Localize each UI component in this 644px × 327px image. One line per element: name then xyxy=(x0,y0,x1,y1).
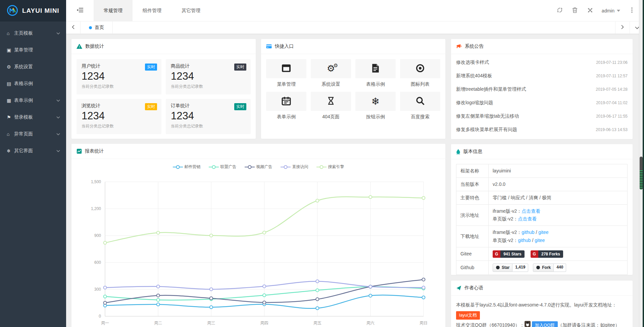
collapse-menu-button[interactable] xyxy=(66,0,94,21)
quick-item-menu-manage[interactable]: 菜单管理 xyxy=(266,59,306,90)
report-chart-title: 报表统计 xyxy=(85,148,104,154)
refresh-button[interactable] xyxy=(552,0,567,22)
clear-cache-button[interactable] xyxy=(567,0,583,22)
tab-scroll-left-button[interactable] xyxy=(66,22,81,34)
quick-item-form-demo[interactable]: 表单示例 xyxy=(266,92,306,123)
collapse-menu-icon xyxy=(77,8,83,13)
sidebar-item-table-demo[interactable]: ▤ 表格示例 xyxy=(0,75,66,92)
refresh-icon xyxy=(557,7,563,14)
svg-text:周三: 周三 xyxy=(207,321,215,325)
demo-iframe-link[interactable]: 点击查看 xyxy=(522,208,540,214)
sidebar-item-error-pages[interactable]: ⌂ 异常页面 xyxy=(0,126,66,142)
status-badge: 实时 xyxy=(145,103,157,110)
chevron-right-icon xyxy=(621,25,624,30)
chevron-down-icon xyxy=(56,133,60,135)
warning-triangle-icon xyxy=(77,44,82,49)
chevron-left-icon xyxy=(72,25,75,30)
quick-item-icon-list[interactable]: 图标列表 xyxy=(400,59,440,90)
legend-item[interactable]: 联盟广告 xyxy=(209,164,237,170)
stat-box-orders: 订单统计 1234 当前分类总记录数 实时 xyxy=(166,99,251,134)
github-star-badge[interactable]: Star 1,419 xyxy=(493,263,528,272)
legend-label: 视频广告 xyxy=(256,164,273,170)
header-tab-other[interactable]: 其它管理 xyxy=(171,0,210,21)
download-gitee-link[interactable]: gitee xyxy=(535,238,545,243)
page-tabbar: 首页 xyxy=(66,22,644,34)
sidebar-item-menu-manage[interactable]: ▣ 菜单管理 xyxy=(0,42,66,58)
target-icon xyxy=(415,64,425,74)
legend-item[interactable]: 直接访问 xyxy=(281,164,308,170)
user-dropdown[interactable]: admin xyxy=(598,8,624,13)
quick-item-baidu-search[interactable]: 百度搜索 xyxy=(400,92,440,123)
legend-item[interactable]: 搜索引擎 xyxy=(316,164,344,170)
join-qq-badge[interactable]: 加入QQ群 xyxy=(532,321,558,327)
download-gitee-link[interactable]: gitee xyxy=(538,230,548,235)
svg-text:300: 300 xyxy=(94,287,101,292)
legend-label: 邮件营销 xyxy=(185,164,201,170)
table-row: Gitee G 941 Stars G 278 Forks xyxy=(456,247,628,260)
megaphone-icon xyxy=(456,44,462,49)
legend-item[interactable]: 邮件营销 xyxy=(173,164,201,170)
page-scrollbar-thumb[interactable] xyxy=(640,157,643,190)
line-chart-icon xyxy=(77,149,82,154)
sidebar-item-login-template[interactable]: ⚑ 登录模板 xyxy=(0,109,66,126)
notice-row: 新增treetable插件和菜单管理样式 2019-07-05 14:28 xyxy=(451,83,633,96)
quick-item-table-demo[interactable]: 表格示例 xyxy=(355,59,396,90)
main-content: 数据统计 用户统计 1234 当前分类总记录数 实时 商品统计 1234 当前分… xyxy=(66,34,638,327)
layui-doc-badge[interactable]: layui文档 xyxy=(456,311,480,320)
file-icon xyxy=(371,64,380,74)
sidebar-item-other-pages[interactable]: ❄ 其它界面 xyxy=(0,142,66,159)
chevron-down-icon xyxy=(56,99,60,102)
report-chart-card: 报表统计 邮件营销联盟广告视频广告直接访问搜索引擎 03006009001,20… xyxy=(71,144,445,327)
snowflake-icon: ❄ xyxy=(7,148,14,154)
tab-home[interactable]: 首页 xyxy=(81,22,113,34)
header-tab-components[interactable]: 组件管理 xyxy=(133,0,171,21)
top-header: 常规管理 组件管理 其它管理 xyxy=(66,0,644,22)
quick-item-system-settings[interactable]: ⚙⚙ 系统设置 xyxy=(311,59,351,90)
credit-card-icon xyxy=(266,44,272,49)
app-logo[interactable]: LAYUI MINI xyxy=(0,0,66,22)
svg-text:周一: 周一 xyxy=(101,321,109,325)
browser-edge-strip xyxy=(643,0,644,327)
tab-scroll-right-button[interactable] xyxy=(615,22,630,34)
fullscreen-icon xyxy=(587,7,593,14)
sidebar-item-home-template[interactable]: ⌂ 主页模板 xyxy=(0,25,66,42)
system-notice-card: 系统公告 修改选项卡样式 2019-07-11 23:06 新增系统404模板 … xyxy=(451,39,633,139)
legend-item[interactable]: 视频广告 xyxy=(245,164,273,170)
download-github-link[interactable]: github xyxy=(518,238,531,243)
download-github-link[interactable]: github xyxy=(522,230,534,235)
quick-item-404-page[interactable]: 404页面 xyxy=(311,92,351,123)
sidebar-item-system-settings[interactable]: ⚙ 系统设置 xyxy=(0,58,66,75)
fullscreen-button[interactable] xyxy=(583,0,598,22)
quick-entry-title: 快捷入口 xyxy=(275,43,294,49)
quick-entry-card: 快捷入口 菜单管理 ⚙⚙ 系统设置 xyxy=(261,39,445,139)
github-fork-badge[interactable]: Fork 440 xyxy=(533,263,566,272)
svg-text:1,500: 1,500 xyxy=(91,179,101,184)
demo-onepage-link[interactable]: 点击查看 xyxy=(518,216,537,221)
quick-item-button-demo[interactable]: ❄ 按钮示例 xyxy=(355,92,396,123)
github-octocat-icon xyxy=(496,265,500,270)
chevron-down-icon xyxy=(56,116,60,119)
page-scrollbar-track[interactable] xyxy=(639,0,643,327)
version-table: 框架名称 layuimini 当前版本 v2.0.0 主要特色 零门槛 / 响应… xyxy=(456,164,628,275)
qq-group-note: （加群请备注来源：如gitee） xyxy=(558,322,620,327)
svg-text:周五: 周五 xyxy=(313,321,321,325)
hourglass-icon xyxy=(327,96,335,107)
window-icon xyxy=(281,64,291,74)
svg-text:600: 600 xyxy=(94,260,101,265)
calendar-icon xyxy=(282,96,291,107)
notice-row: 修复左侧菜单缩放tab无法移动 2019-06-17 11:55 xyxy=(451,110,633,123)
author-paragraph: 本模板基于layui2.5.4以及font-awesome-4.7.0进行实现。… xyxy=(456,300,628,310)
table-row: 框架名称 layuimini xyxy=(456,164,628,178)
gitee-stars-badge[interactable]: G 941 Stars xyxy=(493,250,525,258)
app-title: LAYUI MINI xyxy=(22,7,59,14)
gitee-forks-badge[interactable]: G 278 Forks xyxy=(531,250,563,258)
table-row: 下载地址 iframe版-v2：github / gitee 单页版-v2：gi… xyxy=(456,226,628,247)
tabbar-spacer xyxy=(113,22,615,34)
legend-label: 直接访问 xyxy=(292,164,308,170)
chevron-down-icon xyxy=(56,150,60,152)
more-menu-button[interactable] xyxy=(624,0,639,22)
sidebar-item-form-demo[interactable]: ▦ 表单示例 xyxy=(0,92,66,109)
header-tab-general[interactable]: 常规管理 xyxy=(94,0,133,21)
status-badge: 实时 xyxy=(234,64,246,71)
data-stats-title: 数据统计 xyxy=(85,43,104,49)
